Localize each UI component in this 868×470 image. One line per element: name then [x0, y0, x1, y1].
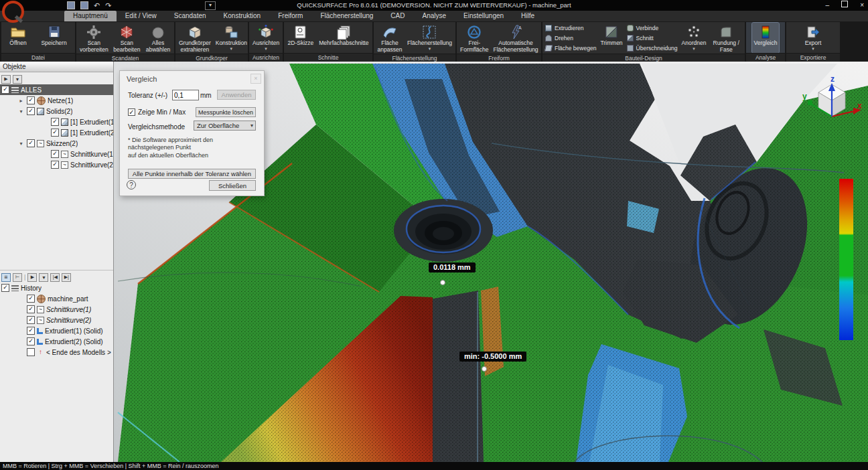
- tree-item-schnittkurve-2[interactable]: ✓~Schnittkurve(2): [0, 159, 113, 170]
- expander-closed-icon[interactable]: ▸: [17, 98, 25, 104]
- checkbox[interactable]: ✓: [1, 284, 9, 292]
- expander-open-icon[interactable]: ▾: [17, 108, 25, 114]
- menu-tab-einstellungen[interactable]: Einstellungen: [455, 11, 512, 21]
- deselect-all-button[interactable]: Alles abwählen: [143, 23, 173, 54]
- menu-tab-freiform[interactable]: Freiform: [269, 11, 311, 21]
- trim-button[interactable]: Trimmen: [598, 23, 624, 54]
- funnel-icon[interactable]: ▼: [39, 273, 48, 282]
- revolve-button[interactable]: Drehen: [545, 35, 596, 42]
- surface-create-button[interactable]: Flächenerstellung▾: [405, 23, 454, 54]
- checkbox[interactable]: ✓: [27, 107, 35, 115]
- checkbox[interactable]: ✓: [27, 316, 35, 324]
- scan-prepare-button[interactable]: Scan vorbereiten: [78, 23, 111, 54]
- funnel-icon[interactable]: ▼: [13, 75, 22, 84]
- tree-view-icon[interactable]: ⊢: [13, 273, 22, 282]
- union-button[interactable]: Verbinde: [627, 25, 678, 31]
- tree-item-extrudiert-1-solid[interactable]: ✓Extrudiert(1) (Solid): [0, 325, 113, 336]
- tree-item-extrudiert-2-solid[interactable]: ✓Extrudiert(2) (Solid): [0, 336, 113, 347]
- tree-item-1-extrudiert-1[interactable]: ✓[1] Extrudiert(1): [0, 116, 113, 127]
- tree-item-history[interactable]: ✓History: [0, 283, 113, 293]
- view-orientation-triad[interactable]: z y x: [801, 75, 863, 127]
- expander-open-icon[interactable]: ▾: [17, 141, 25, 147]
- menu-tab-cad[interactable]: CAD: [382, 11, 413, 21]
- tree-item-alles[interactable]: ✓ALLES: [0, 84, 113, 95]
- freeform-surface-button[interactable]: Frei-Formfläche: [458, 23, 491, 54]
- tree-item-1-extrudiert-2[interactable]: ✓[1] Extrudiert(2): [0, 127, 113, 138]
- extrude-icon: [37, 328, 43, 334]
- auto-surface-button[interactable]: Automatische Flächenerstellung: [492, 23, 540, 54]
- open-button[interactable]: Öffnen: [7, 23, 28, 53]
- step-first-icon[interactable]: |◀: [50, 273, 60, 282]
- checkbox[interactable]: ✓: [27, 305, 35, 313]
- help-icon[interactable]: ?: [127, 180, 136, 189]
- select-all-in-tolerance-button[interactable]: Alle Punkte innerhalb der Toleranz wähle…: [128, 169, 256, 179]
- tree-item-label: Extrudiert(1) (Solid): [45, 327, 103, 335]
- checkbox[interactable]: ✓: [1, 86, 9, 94]
- extract-primitives-button[interactable]: Grundkörper extrahieren: [177, 23, 213, 54]
- checkbox[interactable]: [27, 348, 35, 356]
- step-last-icon[interactable]: ▶|: [62, 273, 71, 282]
- checkbox[interactable]: ✓: [27, 327, 35, 335]
- sketch-icon: ~: [37, 317, 44, 324]
- menu-tab-flaechenerstellung[interactable]: Flächenerstellung: [311, 11, 382, 21]
- clear-points-button[interactable]: Messpunkte löschen: [196, 107, 256, 117]
- tree-item-ende-des-modells[interactable]: ↑< Ende des Modells >: [0, 347, 113, 358]
- cube-icon: [187, 24, 203, 40]
- menu-tab-hauptmenu[interactable]: Hauptmenü: [64, 11, 117, 21]
- checkbox[interactable]: ✓: [27, 337, 35, 345]
- extrude-button[interactable]: Extrudieren: [545, 25, 596, 31]
- checkbox[interactable]: ✓: [51, 129, 59, 137]
- ribbon-group-label: Ausrichten: [249, 53, 283, 62]
- tree-item-netze-1[interactable]: ▸✓Netze(1): [0, 95, 113, 106]
- minimize-button[interactable]: –: [826, 1, 830, 10]
- tree-item-schnittkurve-1[interactable]: ✓~Schnittkurve(1): [0, 149, 113, 159]
- export-button[interactable]: Export▾: [803, 23, 824, 53]
- pattern-button[interactable]: Anordnen▾: [680, 23, 709, 54]
- compare-button[interactable]: Vergleich: [752, 23, 780, 53]
- method-select[interactable]: Zur Oberfläche ▾: [194, 121, 256, 131]
- menu-tab-analyse[interactable]: Analyse: [413, 11, 455, 21]
- chevron-down-icon: ▾: [250, 121, 253, 130]
- play-icon[interactable]: ▶: [27, 273, 37, 282]
- konstruktion-button[interactable]: Konstruktion▾: [214, 23, 249, 54]
- tree-item-schnittkurve-2[interactable]: ✓~Schnittkurve(2): [0, 315, 113, 325]
- move-face-button[interactable]: Fläche bewegen: [545, 45, 596, 52]
- apply-button[interactable]: Anwenden: [217, 90, 256, 100]
- tree-item-machine-part[interactable]: ✓machine_part: [0, 293, 113, 304]
- checkbox[interactable]: ✓: [27, 295, 35, 303]
- list-view-icon[interactable]: ≣: [1, 273, 11, 282]
- scan-edit-button[interactable]: Scan bearbeiten: [111, 23, 143, 54]
- play-icon[interactable]: ▶: [1, 75, 11, 84]
- checkbox[interactable]: ✓: [27, 96, 35, 104]
- show-minmax-checkbox[interactable]: ✓: [128, 108, 135, 116]
- fillet-chamfer-button[interactable]: Rundung / Fase: [709, 23, 743, 54]
- menu-tab-edit-view[interactable]: Edit / View: [117, 11, 165, 21]
- align-button[interactable]: Ausrichten▾: [250, 23, 281, 53]
- multi-sections-button[interactable]: Mehrfachabschnitte: [317, 23, 370, 53]
- intersect-button[interactable]: Überschneidung: [627, 45, 678, 52]
- fit-surface-button[interactable]: Fläche anpassen: [375, 23, 405, 54]
- cut-button[interactable]: Schnitt: [627, 35, 678, 42]
- menu-tab-scandaten[interactable]: Scandaten: [165, 11, 215, 21]
- tree-item-skizzen-2[interactable]: ▾✓~Skizzen(2): [0, 138, 113, 149]
- button-label: Alles abwählen: [145, 40, 171, 54]
- checkbox[interactable]: ✓: [51, 150, 59, 158]
- checkbox[interactable]: ✓: [51, 161, 59, 169]
- tree-item-schnittkurve-1[interactable]: ✓~Schnittkurve(1): [0, 304, 113, 315]
- checkbox[interactable]: ✓: [27, 139, 35, 147]
- button-label: Überschneidung: [636, 45, 678, 52]
- dialog-close-button[interactable]: Schließen: [209, 180, 256, 191]
- sketch-2d-button[interactable]: 2D-Skizze: [286, 23, 316, 53]
- maximize-button[interactable]: [841, 1, 848, 10]
- close-button[interactable]: ×: [860, 1, 864, 10]
- checkbox[interactable]: ✓: [51, 118, 59, 126]
- fillet-icon: [718, 24, 734, 40]
- button-label: Vergleich: [754, 40, 778, 47]
- axis-cube-icon: [258, 24, 274, 40]
- menu-tab-konstruktion[interactable]: Konstruktion: [215, 11, 270, 21]
- close-icon[interactable]: ×: [250, 74, 261, 84]
- save-button[interactable]: Speichern: [39, 23, 68, 53]
- tolerance-input[interactable]: [172, 90, 199, 100]
- tree-item-solids-2[interactable]: ▾✓Solids(2): [0, 106, 113, 116]
- menu-tab-hilfe[interactable]: Hilfe: [512, 11, 543, 21]
